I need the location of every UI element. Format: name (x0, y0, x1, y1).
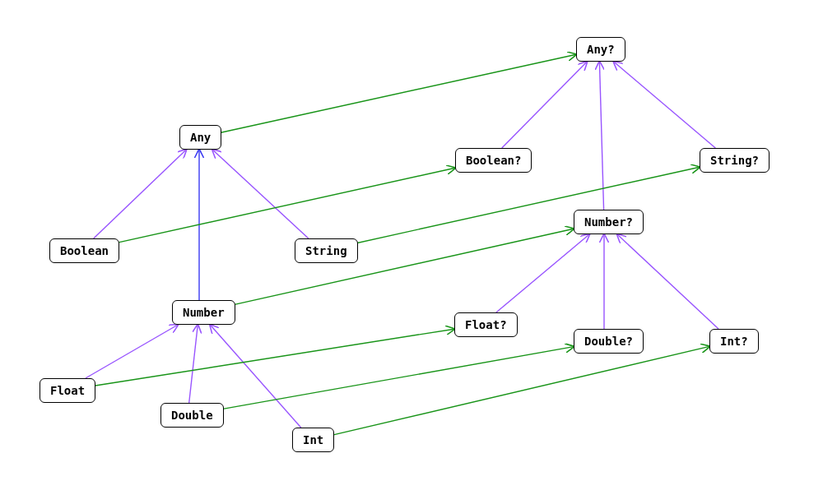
edge-intQ-numberQ (617, 234, 718, 329)
edge-float-floatQ (89, 329, 454, 386)
edge-any-anyQ (219, 54, 576, 133)
edge-layer (0, 0, 823, 504)
edge-number-numberQ (226, 229, 574, 306)
node-float: Float (40, 378, 95, 403)
node-boolean: Boolean (49, 238, 119, 263)
edge-string-any (212, 150, 309, 238)
node-int-q: Int? (709, 329, 759, 354)
node-number: Number (172, 300, 235, 325)
edge-double-number (189, 325, 198, 403)
edge-string-stringQ (349, 167, 700, 245)
edge-int-number (210, 325, 300, 428)
edge-numberQ-anyQ (599, 62, 603, 210)
node-float-q: Float? (454, 312, 518, 337)
edge-booleanQ-anyQ (502, 62, 587, 148)
node-string: String (295, 238, 358, 263)
node-double-q: Double? (574, 329, 644, 354)
edge-float-number (86, 325, 178, 378)
node-string-q: String? (700, 148, 770, 173)
node-boolean-q: Boolean? (455, 148, 532, 173)
edge-int-intQ (332, 346, 709, 435)
edge-double-doubleQ (215, 347, 574, 411)
node-number-q: Number? (574, 210, 644, 234)
edge-floatQ-numberQ (496, 234, 589, 312)
edge-boolean-booleanQ (112, 168, 455, 243)
edge-boolean-any (94, 150, 187, 238)
edge-stringQ-anyQ (614, 62, 716, 148)
node-double: Double (160, 403, 224, 428)
node-any-q: Any? (576, 37, 625, 62)
node-any: Any (179, 125, 221, 150)
node-int: Int (292, 428, 334, 452)
